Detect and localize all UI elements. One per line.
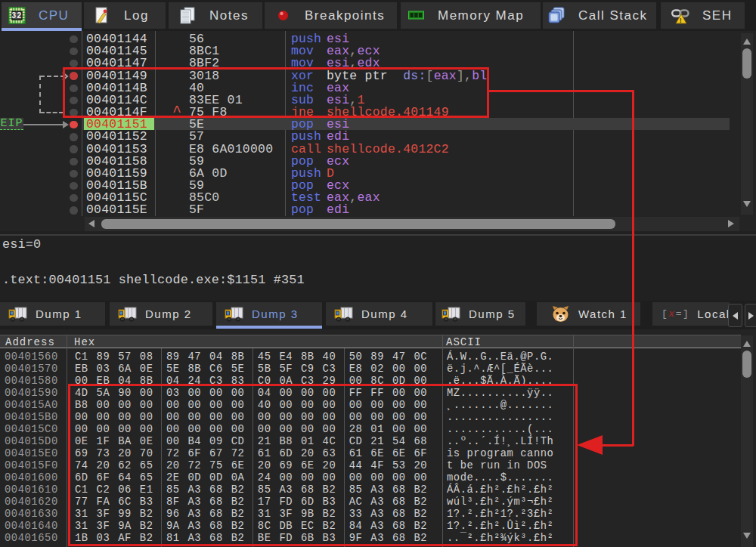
svg-text:32: 32 <box>11 11 22 20</box>
svg-text:!: ! <box>680 16 683 23</box>
